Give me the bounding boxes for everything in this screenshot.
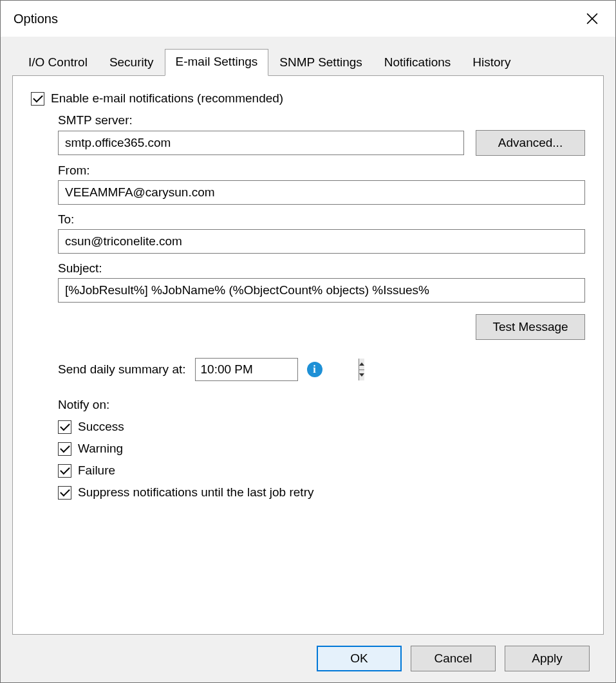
info-icon[interactable]: i: [307, 362, 322, 377]
summary-label: Send daily summary at:: [58, 362, 186, 377]
tab-label: E-mail Settings: [176, 55, 258, 68]
to-label: To:: [58, 212, 585, 227]
svg-marker-3: [359, 373, 364, 377]
button-label: Cancel: [434, 651, 472, 666]
notify-block: Notify on: Success Warning Failure: [58, 398, 585, 500]
dialog-footer: OK Cancel Apply: [12, 635, 604, 682]
chevron-up-icon: [359, 362, 364, 366]
titlebar: Options: [1, 1, 615, 37]
summary-time-spinner[interactable]: [195, 358, 298, 381]
spinner-up-button[interactable]: [359, 359, 364, 370]
button-label: Apply: [532, 651, 563, 666]
tab-label: Security: [109, 55, 154, 69]
tab-io-control[interactable]: I/O Control: [17, 50, 98, 76]
tab-notifications[interactable]: Notifications: [373, 50, 462, 76]
from-input[interactable]: [58, 180, 585, 205]
tab-strip: I/O Control Security E-mail Settings SNM…: [12, 48, 604, 75]
close-button[interactable]: [578, 5, 606, 33]
test-message-button[interactable]: Test Message: [476, 314, 585, 340]
chevron-down-icon: [359, 373, 364, 377]
svg-marker-2: [359, 362, 364, 366]
summary-time-value[interactable]: [196, 359, 359, 380]
window-title: Options: [14, 12, 58, 26]
button-label: Advanced...: [498, 136, 563, 150]
apply-button[interactable]: Apply: [505, 646, 590, 671]
advanced-button[interactable]: Advanced...: [476, 130, 585, 156]
notify-failure-checkbox[interactable]: [58, 464, 71, 478]
tab-label: I/O Control: [28, 55, 88, 69]
spinner-down-button[interactable]: [359, 370, 364, 381]
notify-success-label: Success: [78, 420, 124, 434]
to-input[interactable]: [58, 229, 585, 254]
tab-security[interactable]: Security: [98, 50, 165, 76]
from-label: From:: [58, 164, 585, 178]
fields: SMTP server: Advanced... From: To: Subje…: [58, 113, 585, 500]
notify-success-checkbox[interactable]: [58, 420, 71, 434]
email-settings-panel: Enable e-mail notifications (recommended…: [12, 75, 604, 635]
tab-snmp-settings[interactable]: SNMP Settings: [268, 50, 373, 76]
ok-button[interactable]: OK: [317, 646, 402, 671]
tab-label: SNMP Settings: [279, 55, 362, 69]
smtp-label: SMTP server:: [58, 113, 585, 127]
enable-notifications-label: Enable e-mail notifications (recommended…: [51, 91, 283, 106]
tab-label: History: [472, 55, 510, 69]
notify-warning-label: Warning: [78, 442, 123, 456]
button-label: Test Message: [492, 320, 568, 334]
notify-warning-checkbox[interactable]: [58, 442, 71, 456]
tab-email-settings[interactable]: E-mail Settings: [165, 49, 269, 76]
close-icon: [586, 13, 598, 24]
enable-row: Enable e-mail notifications (recommended…: [31, 91, 585, 106]
button-label: OK: [350, 651, 368, 666]
cancel-button[interactable]: Cancel: [411, 646, 496, 671]
notify-suppress-checkbox[interactable]: [58, 486, 71, 500]
smtp-server-input[interactable]: [58, 131, 464, 155]
notify-suppress-label: Suppress notifications until the last jo…: [78, 485, 313, 500]
subject-label: Subject:: [58, 261, 585, 276]
enable-notifications-checkbox[interactable]: [31, 92, 44, 106]
notify-on-label: Notify on:: [58, 398, 585, 412]
notify-failure-label: Failure: [78, 463, 115, 478]
options-dialog: Options I/O Control Security E-mail Sett…: [0, 0, 616, 683]
subject-input[interactable]: [58, 278, 585, 303]
client-area: I/O Control Security E-mail Settings SNM…: [1, 37, 615, 682]
tab-label: Notifications: [384, 55, 451, 69]
tab-history[interactable]: History: [462, 50, 521, 76]
